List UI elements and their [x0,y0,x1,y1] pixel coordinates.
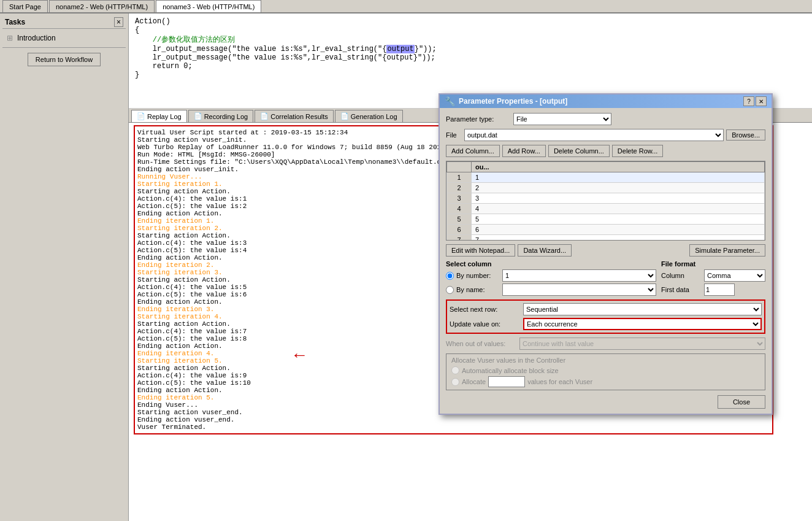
select-column-label: Select column [446,260,656,268]
code-line-param: lr_output_message("the value is:%s",lr_e… [135,45,806,53]
table-row: 33 [447,193,765,204]
replay-log-icon: 📄 [137,112,145,120]
log-ending-vuser-end: Ending action vuser_end. [137,416,770,423]
file-label: File [446,131,464,139]
table-row: 77 [447,235,765,241]
by-number-radio[interactable] [446,272,454,280]
column-label: Column [661,272,704,279]
tab-correlation-results[interactable]: 📄 Correlation Results [255,110,334,122]
red-arrow: ← [294,347,305,365]
table-row: 22 [447,183,765,193]
column-format-select[interactable]: Comma [704,269,765,282]
log-terminated: Vuser Terminated. [137,423,770,431]
delete-row-button[interactable]: Delete Row... [612,145,663,157]
table-row: 66 [447,225,765,235]
code-line-8: } [135,71,806,79]
by-name-label: By name: [456,286,502,293]
param-type-label: Parameter type: [446,115,513,123]
code-comment: //参数化取值方法的区别 [135,34,806,45]
recording-log-icon: 📄 [194,112,202,120]
table-col-header: ou... [472,162,765,172]
update-value-select[interactable]: Each occurrence Once Every iteration [523,318,762,330]
table-row: 44 [447,204,765,214]
dialog-icon: 🔧 [445,96,455,106]
code-line-1: Action() [135,17,806,26]
delete-column-button[interactable]: Delete Column... [548,145,610,157]
tab-generation-log[interactable]: 📄 Generation Log [335,110,403,122]
auto-allocate-label: Automatically allocate block size [462,367,559,374]
table-row: 11 [447,172,765,183]
allocate-radio[interactable] [451,378,459,386]
select-next-row-select[interactable]: Sequential Random Unique [523,303,762,315]
data-table-container: ou... 1122334455667788 [446,161,765,241]
edit-notepad-button[interactable]: Edit with Notepad... [446,244,515,257]
correlation-icon: 📄 [260,112,269,120]
file-format-label: File format [661,260,765,268]
first-data-label: First data [661,286,704,293]
update-value-label: Update value on: [450,320,523,328]
dialog-close-button[interactable]: ✕ [756,96,767,106]
by-name-select[interactable] [502,284,656,296]
select-next-row-label: Select next row: [450,306,523,313]
by-number-label: By number: [456,272,502,279]
first-data-input[interactable] [704,284,735,296]
add-row-button[interactable]: Add Row... [502,145,546,157]
tab-start-page[interactable]: Start Page [2,0,48,12]
sidebar-item-introduction[interactable]: ⊞ Introduction [2,31,126,45]
return-to-workflow-button[interactable]: Return to Workflow [28,53,101,66]
dialog-help-button[interactable]: ? [743,96,754,106]
select-row-section: Select next row: Sequential Random Uniqu… [446,299,765,334]
dialog-close-btn[interactable]: Close [718,395,765,409]
allocate-input[interactable] [488,376,525,387]
browse-button[interactable]: Browse... [726,129,765,141]
allocate-group-title: Allocate Vuser values in the Controller [451,357,760,364]
when-out-label: When out of values: [446,340,519,347]
simulate-parameter-button[interactable]: Simulate Parameter... [689,244,765,257]
tab-noname2[interactable]: noname2 - Web (HTTP/HTML) [49,0,155,12]
sidebar-close-btn[interactable]: × [114,17,123,27]
tab-recording-log[interactable]: 📄 Recording Log [188,110,254,122]
table-row: 55 [447,214,765,225]
by-number-select[interactable]: 1 [502,269,656,282]
code-line-5: lr_output_message("the value is:%s",lr_e… [135,53,806,62]
param-type-select[interactable]: File [513,113,611,125]
when-out-select[interactable]: Continue with last value [519,338,765,350]
data-wizard-button[interactable]: Data Wizard... [518,244,572,257]
code-line-2: { [135,26,806,34]
tab-noname3[interactable]: noname3 - Web (HTTP/HTML) [156,0,261,12]
tab-replay-log[interactable]: 📄 Replay Log [131,110,187,122]
file-select[interactable]: output.dat [464,129,724,141]
code-line-7: return 0; [135,62,806,71]
sidebar-title: Tasks [5,18,25,26]
allocate-label: Allocate [462,378,486,385]
values-label: values for each Vuser [527,378,592,385]
allocate-group: Allocate Vuser values in the Controller … [446,353,765,390]
add-column-button[interactable]: Add Column... [446,145,500,157]
dialog-title: Parameter Properties - [output] [459,97,567,106]
generation-log-icon: 📄 [340,112,349,120]
by-name-radio[interactable] [446,286,454,294]
dialog-titlebar: 🔧 Parameter Properties - [output] ? ✕ [440,95,772,108]
auto-allocate-radio[interactable] [451,366,459,374]
parameter-properties-dialog: 🔧 Parameter Properties - [output] ? ✕ Pa… [439,93,773,415]
info-icon: ⊞ [5,33,15,43]
